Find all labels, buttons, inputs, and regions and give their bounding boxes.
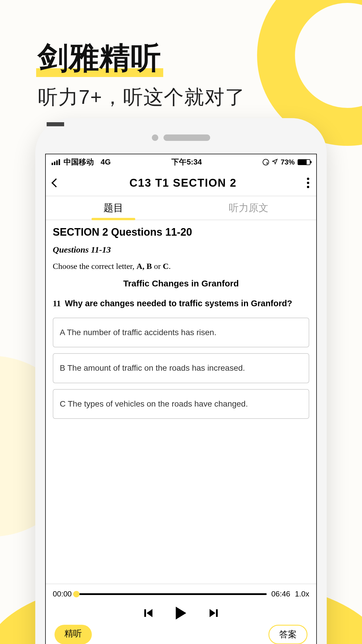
progress-row: 00:00 06:46 1.0x [53,589,309,598]
option-c[interactable]: C The types of vehicles on the roads hav… [53,389,309,419]
topic-title: Traffic Changes in Granford [53,279,309,288]
status-bar: 中国移动 4G 下午5:34 73% [46,154,316,170]
tabs: 题目 听力原文 [46,196,316,220]
instruction: Choose the correct letter, A, B or C. [53,262,309,271]
content: SECTION 2 Questions 11-20 Questions 11-1… [46,220,316,584]
question-text: Why are changes needed to traffic system… [65,299,292,308]
question-line: 11 Why are changes needed to traffic sys… [53,297,309,309]
phone-mock: 中国移动 4G 下午5:34 73% C13 T1 SECTION 2 [35,118,327,644]
time-current: 00:00 [53,589,72,598]
orientation-lock-icon [263,159,269,165]
player: 00:00 06:46 1.0x 精听 答案 [46,584,316,644]
instr-bold2: C [163,262,169,271]
option-a[interactable]: A The number of traffic accidents has ri… [53,318,309,347]
skip-prev-icon[interactable] [144,609,152,617]
speaker-icon [164,134,210,141]
question-number: 11 [53,299,61,308]
phone-speaker [152,134,210,141]
instr-mid: or [152,262,163,271]
screen: 中国移动 4G 下午5:34 73% C13 T1 SECTION 2 [45,154,317,644]
option-a-text: A The number of traffic accidents has ri… [60,328,216,337]
hero-accent-bar [47,122,64,126]
camera-icon [152,134,158,141]
tab-transcript-label: 听力原文 [229,201,268,215]
instr-bold1: A, B [136,262,152,271]
tab-transcript[interactable]: 听力原文 [181,196,316,220]
hero-title: 剑雅精听 [38,38,161,79]
battery-pct: 73% [281,158,295,166]
nav-title: C13 T1 SECTION 2 [59,177,307,189]
instr-suffix: . [169,262,171,271]
bottom-actions: 精听 答案 [53,625,309,644]
network-label: 4G [101,158,111,167]
tab-questions[interactable]: 题目 [46,196,181,220]
play-icon[interactable] [176,607,186,620]
option-b[interactable]: B The amount of traffic on the roads has… [53,353,309,383]
hero-subtitle: 听力7+，听这个就对了 [38,84,245,111]
status-time: 下午5:34 [111,157,263,167]
location-icon [272,158,278,166]
player-controls [53,607,309,620]
signal-icon [52,159,60,165]
carrier-label: 中国移动 [64,157,94,167]
option-b-text: B The amount of traffic on the roads has… [60,363,245,372]
instr-prefix: Choose the correct letter, [53,262,136,271]
more-icon[interactable] [307,178,309,188]
sub-heading: Questions 11-13 [53,245,309,255]
skip-next-icon[interactable] [210,609,218,617]
progress-thumb-icon[interactable] [73,591,80,597]
section-heading: SECTION 2 Questions 11-20 [53,226,309,238]
time-total: 06:46 [271,589,290,598]
speed-label[interactable]: 1.0x [295,589,309,598]
hero: 剑雅精听 听力7+，听这个就对了 [38,38,245,126]
answer-button[interactable]: 答案 [268,625,307,644]
tab-questions-label: 题目 [103,201,123,215]
jingting-label: 精听 [64,629,82,638]
answer-label: 答案 [279,629,297,639]
nav-header: C13 T1 SECTION 2 [46,170,316,196]
option-c-text: C The types of vehicles on the roads hav… [60,399,248,408]
progress-track[interactable] [76,593,267,595]
jingting-button[interactable]: 精听 [55,625,92,644]
battery-icon [298,159,310,165]
